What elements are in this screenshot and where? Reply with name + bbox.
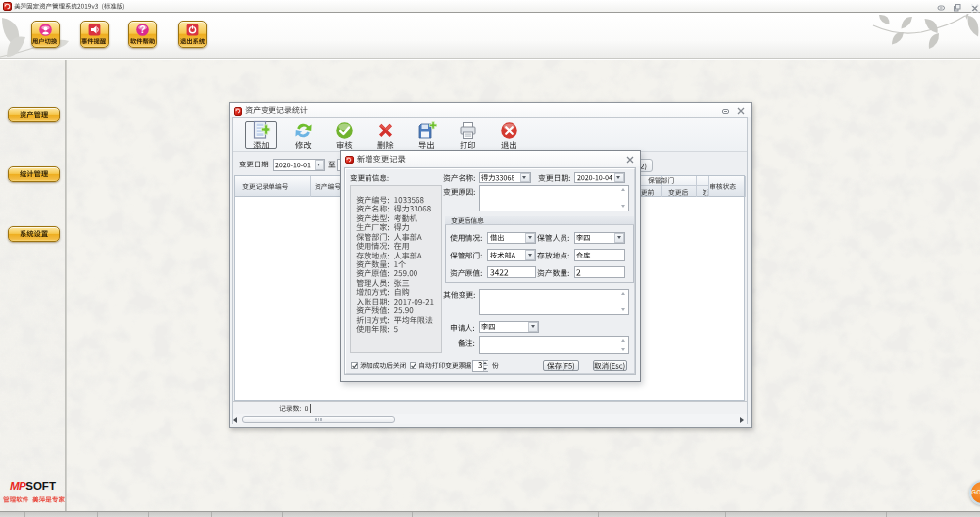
svg-text:?: ? [139, 24, 145, 35]
